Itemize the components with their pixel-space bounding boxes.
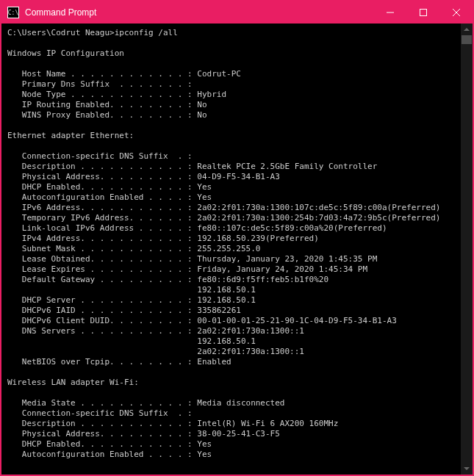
global-config-lines: Host Name . . . . . . . . . . . . : Codr… [7, 69, 241, 120]
scroll-up-arrow-icon[interactable] [462, 24, 472, 35]
close-button[interactable] [439, 1, 473, 24]
svg-rect-0 [420, 10, 426, 16]
section-header-wifi: Wireless LAN adapter Wi-Fi: [7, 378, 139, 387]
app-icon: C:\ [7, 7, 19, 18]
prompt-path: C:\Users\Codrut Neagu> [7, 28, 115, 37]
wifi-config-lines: Media State . . . . . . . . . . . : Medi… [7, 398, 338, 459]
console-output[interactable]: C:\Users\Codrut Neagu>ipconfig /all Wind… [1, 24, 473, 475]
ethernet-config-lines: Connection-specific DNS Suffix . : Descr… [7, 151, 440, 367]
window-title: Command Prompt [25, 7, 373, 18]
maximize-button[interactable] [406, 1, 439, 24]
command-text: ipconfig /all [115, 28, 178, 37]
titlebar[interactable]: C:\ Command Prompt [1, 1, 473, 24]
command-prompt-window: C:\ Command Prompt C:\Users\Codrut Neagu… [1, 1, 473, 475]
scroll-thumb[interactable] [462, 35, 472, 44]
vertical-scrollbar[interactable] [461, 24, 473, 475]
section-header-ethernet: Ethernet adapter Ethernet: [7, 131, 134, 140]
minimize-button[interactable] [373, 1, 406, 24]
scroll-down-arrow-icon[interactable] [462, 464, 472, 474]
section-header-global: Windows IP Configuration [7, 48, 124, 58]
window-controls [373, 1, 473, 24]
